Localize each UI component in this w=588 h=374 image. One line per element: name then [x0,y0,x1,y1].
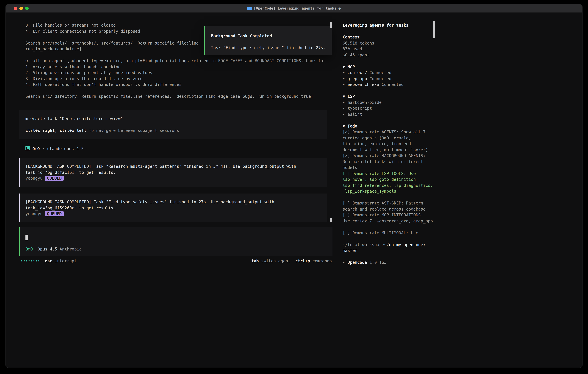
todo-heading: Todo [347,124,357,128]
agent-name: OmO [32,146,40,151]
text-cursor [25,235,28,240]
context-heading: Context [343,35,360,39]
git-branch: master [343,248,357,253]
window-title: [OpenCode] Leveraging agents for tasks ◐ [247,4,341,12]
ctrlp-key-hint: ctrl+p [295,259,310,263]
status-bar-left: •••••••• esc interrupt [21,258,77,264]
model-indicator: OmO Opus 4.5 Anthropic [25,246,82,252]
bullet-icon: • [343,82,347,87]
agent-header: OmO · claude-opus-4-5 [25,146,84,152]
main-scrollbar-thumb-top[interactable] [330,22,332,28]
background-task-toast: Background Task Completed Task "Find typ… [204,26,332,55]
session-title: Leveraging agents for tasks [343,23,409,28]
context-tokens: 66,518 tokens [343,41,374,45]
close-button[interactable] [14,7,17,10]
gear-icon: ⚙ [25,58,30,63]
oracle-task-panel: ◉ Oracle Task "Deep architecture review"… [19,110,327,139]
workspace-name: oh-my-opencode: [389,242,426,247]
zoom-button[interactable] [25,7,29,10]
bullet-icon: • [343,260,347,265]
context-used: 33% used [343,47,362,51]
record-icon: ◉ [25,116,30,121]
message-author: yeongyu [25,176,45,180]
window-title-text: [OpenCode] Leveraging agents for tasks [254,4,336,12]
queued-badge: QUEUED [45,211,64,216]
tab-key-hint: tab [252,259,259,263]
sidebar: Leveraging agents for tasks Context66,51… [343,22,435,265]
traffic-lights [14,7,29,10]
main-scrollbar-thumb-bottom[interactable] [330,218,332,222]
context-cost: $0.46 spent [343,52,369,57]
chevron-down-icon: ▼ [343,94,347,99]
agent-checkbox-icon [25,146,30,150]
toast-body: Task "Find type safety issues" finished … [211,45,332,51]
chevron-down-icon: ▼ [343,64,347,69]
sidebar-scrollbar-thumb[interactable] [433,21,435,39]
minimize-button[interactable] [19,7,23,10]
queued-badge: QUEUED [45,176,64,181]
subagent-nav-keys: ctrl+x right, ctrl+x left [25,128,86,133]
input-agent-name: OmO [25,247,33,251]
workspace-path: ~/local-workspaces/ [343,242,389,247]
screen: [OpenCode] Leveraging agents for tasks ◐… [0,0,588,374]
lsp-heading: LSP [347,94,355,99]
toast-title: Background Task Completed [211,33,332,39]
queued-message-1: [BACKGROUND TASK COMPLETED] Task "Resear… [19,158,327,187]
bullet-icon: • [343,76,347,81]
queued-message-1-lines: [BACKGROUND TASK COMPLETED] Task "Resear… [25,163,327,181]
input-model-name: Opus 4.5 [38,247,57,251]
mcp-heading: MCP [347,64,355,69]
agent-model: claude-opus-4-5 [47,146,84,151]
folder-icon [247,7,252,10]
prompt-input[interactable]: OmO Opus 4.5 Anthropic [19,227,333,256]
input-provider-name: Anthropic [60,247,82,251]
queued-message-2-lines: [BACKGROUND TASK COMPLETED] Task "Find t… [25,199,327,217]
app-version: 1.0.163 [369,260,387,265]
proxy-icon: ◐ [338,4,341,12]
progress-dots: •••••••• [21,259,40,263]
oracle-task-title: Oracle Task "Deep architecture review" [30,116,123,121]
queued-message-2: [BACKGROUND TASK COMPLETED] Task "Find t… [19,194,327,222]
esc-key-hint: esc [45,259,52,263]
oracle-task-lines: ◉ Oracle Task "Deep architecture review"… [25,116,327,134]
titlebar[interactable]: [OpenCode] Leveraging agents for tasks ◐ [6,4,582,13]
status-bar-right: tab switch agent ctrl+p commands [252,258,332,264]
terminal-window: [OpenCode] Leveraging agents for tasks ◐… [6,4,582,368]
chevron-down-icon: ▼ [343,124,347,128]
message-author: yeongyu [25,211,45,216]
bullet-icon: • [343,70,347,75]
